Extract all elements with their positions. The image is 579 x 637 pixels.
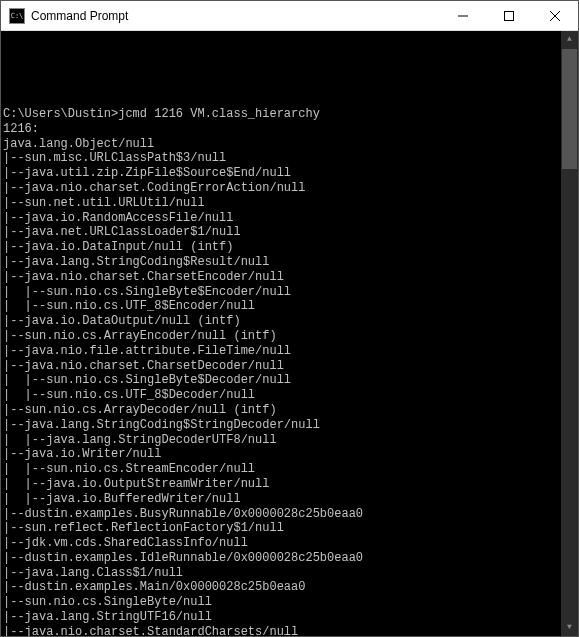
svg-rect-1	[505, 11, 514, 20]
output-line: |--java.lang.StringCoding$StringDecoder/…	[3, 418, 574, 433]
output-line: |--sun.nio.cs.ArrayDecoder/null (intf)	[3, 403, 574, 418]
output-line: |--java.io.Writer/null	[3, 447, 574, 462]
output-line: | |--java.io.OutputStreamWriter/null	[3, 477, 574, 492]
output-line: |--java.lang.StringCoding$Result/null	[3, 255, 574, 270]
output-line: | |--java.lang.StringDecoderUTF8/null	[3, 433, 574, 448]
output-line: | |--sun.nio.cs.SingleByte$Decoder/null	[3, 373, 574, 388]
scroll-down-arrow[interactable]: ▼	[561, 619, 578, 636]
window-title: Command Prompt	[31, 9, 440, 23]
command-text: jcmd 1216 VM.class_hierarchy	[118, 107, 320, 121]
prompt-path: C:\Users\Dustin>	[3, 107, 118, 121]
minimize-button[interactable]	[440, 1, 486, 30]
output-line: | |--sun.nio.cs.SingleByte$Encoder/null	[3, 285, 574, 300]
scroll-up-arrow[interactable]: ▲	[561, 31, 578, 48]
output-line: |--java.nio.charset.StandardCharsets/nul…	[3, 625, 574, 636]
output-line: |--sun.nio.cs.SingleByte/null	[3, 595, 574, 610]
close-icon	[550, 11, 560, 21]
vertical-scrollbar[interactable]: ▲ ▼	[561, 31, 578, 636]
output-line: |--jdk.vm.cds.SharedClassInfo/null	[3, 536, 574, 551]
output-line: |--dustin.examples.Main/0x0000028c25b0ea…	[3, 580, 574, 595]
output-line: |--sun.nio.cs.ArrayEncoder/null (intf)	[3, 329, 574, 344]
output-lines: java.lang.Object/null|--sun.misc.URLClas…	[3, 137, 574, 636]
app-icon: C:\	[9, 8, 25, 24]
output-line: |--java.io.RandomAccessFile/null	[3, 211, 574, 226]
output-line: |--sun.net.util.URLUtil/null	[3, 196, 574, 211]
output-line: |--java.lang.StringUTF16/null	[3, 610, 574, 625]
scrollbar-thumb[interactable]	[562, 49, 577, 169]
terminal-area[interactable]: C:\Users\Dustin>jcmd 1216 VM.class_hiera…	[1, 31, 578, 636]
output-line: | |--java.io.BufferedWriter/null	[3, 492, 574, 507]
output-line: |--java.nio.charset.CharsetDecoder/null	[3, 359, 574, 374]
output-line: |--java.nio.file.attribute.FileTime/null	[3, 344, 574, 359]
output-line: |--java.nio.charset.CharsetEncoder/null	[3, 270, 574, 285]
output-pid: 1216:	[3, 122, 39, 136]
maximize-button[interactable]	[486, 1, 532, 30]
minimize-icon	[458, 11, 468, 21]
output-line: |--dustin.examples.IdleRunnable/0x000002…	[3, 551, 574, 566]
output-line: |--java.nio.charset.CodingErrorAction/nu…	[3, 181, 574, 196]
output-line: | |--sun.nio.cs.StreamEncoder/null	[3, 462, 574, 477]
output-line: |--java.util.zip.ZipFile$Source$End/null	[3, 166, 574, 181]
output-line: |--sun.reflect.ReflectionFactory$1/null	[3, 521, 574, 536]
close-button[interactable]	[532, 1, 578, 30]
output-line: |--java.io.DataInput/null (intf)	[3, 240, 574, 255]
empty-line	[3, 77, 574, 92]
output-line: |--java.lang.Class$1/null	[3, 566, 574, 581]
output-line: java.lang.Object/null	[3, 137, 574, 152]
output-line: |--dustin.examples.BusyRunnable/0x000002…	[3, 507, 574, 522]
output-line: | |--sun.nio.cs.UTF_8$Encoder/null	[3, 299, 574, 314]
maximize-icon	[504, 11, 514, 21]
window-controls	[440, 1, 578, 30]
output-line: |--sun.misc.URLClassPath$3/null	[3, 151, 574, 166]
terminal-content: C:\Users\Dustin>jcmd 1216 VM.class_hiera…	[3, 63, 574, 636]
window-frame: C:\ Command Prompt C:\Users\Dustin>jcmd …	[0, 0, 579, 637]
output-line: |--java.net.URLClassLoader$1/null	[3, 225, 574, 240]
output-line: |--java.io.DataOutput/null (intf)	[3, 314, 574, 329]
output-line: | |--sun.nio.cs.UTF_8$Decoder/null	[3, 388, 574, 403]
titlebar[interactable]: C:\ Command Prompt	[1, 1, 578, 31]
